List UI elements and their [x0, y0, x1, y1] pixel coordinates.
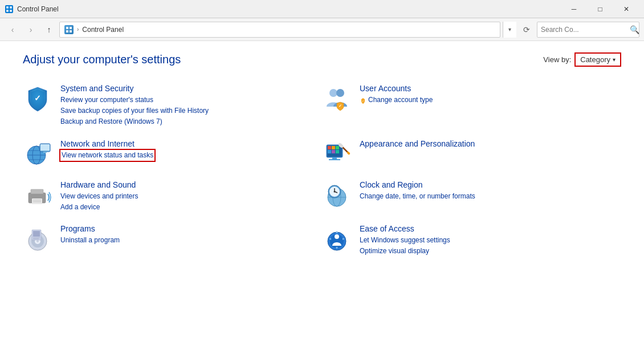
ease-access-link-1[interactable]: Let Windows suggest settings: [360, 235, 598, 246]
view-by-label: View by:: [543, 55, 571, 64]
minimize-button[interactable]: ─: [561, 0, 587, 18]
close-button[interactable]: ✕: [613, 0, 639, 18]
hardware-sound-link-2[interactable]: Add a device: [60, 202, 299, 213]
appearance-text: Appearance and Personalization: [360, 139, 598, 150]
page-title: Adjust your computer's settings: [23, 53, 181, 66]
user-accounts-link-1[interactable]: ✓ Change account type: [360, 95, 598, 107]
svg-rect-31: [329, 159, 340, 160]
hardware-sound-icon: [23, 180, 52, 210]
clock-region-icon: [322, 180, 352, 210]
svg-rect-27: [328, 150, 331, 153]
programs-link-1[interactable]: Uninstall a program: [60, 235, 299, 246]
svg-rect-20: [40, 144, 50, 151]
window-title: Control Panel: [17, 5, 59, 13]
ease-access-link-2[interactable]: Optimize visual display: [360, 246, 598, 257]
title-bar: Control Panel ─ □ ✕: [0, 0, 644, 18]
svg-rect-25: [332, 146, 335, 149]
address-icon: [64, 25, 74, 34]
hardware-sound-link-1[interactable]: View devices and printers: [60, 191, 299, 202]
svg-rect-3: [6, 10, 9, 12]
svg-rect-26: [336, 146, 339, 149]
svg-rect-2: [10, 6, 12, 9]
appearance-name[interactable]: Appearance and Personalization: [360, 139, 598, 148]
svg-rect-4: [10, 10, 12, 12]
svg-point-58: [335, 234, 339, 239]
svg-rect-53: [33, 231, 40, 237]
clock-region-text: Clock and Region Change date, time, or n…: [360, 180, 598, 202]
title-bar-left: Control Panel: [5, 5, 59, 14]
categories-grid: ✓ System and Security Review your comput…: [23, 84, 621, 257]
svg-text:✓: ✓: [362, 99, 364, 103]
network-internet-link-1[interactable]: View network status and tasks: [60, 150, 154, 161]
category-clock-region: Clock and Region Change date, time, or n…: [322, 180, 621, 213]
appearance-icon: [322, 139, 352, 169]
programs-text: Programs Uninstall a program: [60, 224, 299, 246]
hardware-sound-text: Hardware and Sound View devices and prin…: [60, 180, 299, 213]
user-accounts-name[interactable]: User Accounts: [360, 84, 598, 93]
category-user-accounts: ✓ User Accounts ✓ Change account type: [322, 84, 621, 128]
ease-access-name[interactable]: Ease of Access: [360, 224, 598, 233]
svg-rect-29: [336, 150, 339, 153]
svg-rect-28: [332, 150, 335, 153]
address-path: Control Panel: [82, 26, 124, 34]
category-system-security: ✓ System and Security Review your comput…: [23, 84, 322, 128]
svg-rect-21: [43, 152, 47, 153]
page-header: Adjust your computer's settings View by:…: [23, 52, 621, 67]
svg-rect-30: [332, 157, 337, 159]
up-button[interactable]: ↑: [41, 22, 57, 38]
clock-region-link-1[interactable]: Change date, time, or number formats: [360, 191, 598, 202]
view-by-value: Category: [580, 55, 610, 64]
search-icon[interactable]: 🔍: [630, 22, 639, 38]
view-by-dropdown[interactable]: Category ▾: [574, 52, 621, 67]
category-hardware-sound: Hardware and Sound View devices and prin…: [23, 180, 322, 213]
address-box[interactable]: › Control Panel: [59, 22, 500, 38]
svg-rect-39: [33, 201, 41, 202]
view-by-arrow: ▾: [613, 56, 616, 63]
clock-region-name[interactable]: Clock and Region: [360, 180, 598, 189]
network-internet-name[interactable]: Network and Internet: [60, 139, 299, 148]
ease-access-text: Ease of Access Let Windows suggest setti…: [360, 224, 598, 257]
maximize-button[interactable]: □: [587, 0, 613, 18]
svg-point-51: [36, 240, 39, 242]
svg-text:✓: ✓: [34, 94, 41, 103]
back-button[interactable]: ‹: [5, 22, 21, 38]
ease-access-icon: [322, 224, 352, 254]
category-appearance: Appearance and Personalization: [322, 139, 621, 169]
system-security-link-1[interactable]: Review your computer's status: [60, 95, 299, 105]
search-box[interactable]: 🔍: [537, 22, 639, 38]
svg-rect-5: [66, 27, 68, 29]
svg-rect-1: [6, 6, 9, 9]
address-bar: ‹ › ↑ › Control Panel ▾ ⟳ 🔍: [0, 18, 644, 41]
system-security-link-3[interactable]: Backup and Restore (Windows 7): [60, 116, 299, 127]
svg-rect-6: [70, 27, 72, 29]
category-programs: Programs Uninstall a program: [23, 224, 322, 257]
programs-icon: [23, 224, 52, 254]
system-security-name[interactable]: System and Security: [60, 84, 299, 93]
category-network-internet: Network and Internet View network status…: [23, 139, 322, 169]
user-accounts-icon: ✓: [322, 84, 352, 113]
main-content: Adjust your computer's settings View by:…: [0, 41, 644, 341]
svg-point-10: [329, 89, 337, 97]
system-security-icon: ✓: [23, 84, 52, 113]
breadcrumb-arrow: ›: [77, 26, 79, 33]
app-icon: [5, 5, 14, 14]
svg-rect-38: [33, 200, 41, 201]
window-controls: ─ □ ✕: [561, 0, 639, 18]
user-accounts-text: User Accounts ✓ Change account type: [360, 84, 598, 107]
system-security-link-2[interactable]: Save backup copies of your files with Fi…: [60, 105, 299, 116]
svg-rect-7: [66, 30, 68, 33]
network-internet-icon: [23, 139, 52, 169]
address-dropdown[interactable]: ▾: [503, 22, 516, 38]
search-input[interactable]: [537, 26, 630, 34]
view-by-container: View by: Category ▾: [543, 52, 621, 67]
svg-point-11: [336, 89, 344, 97]
forward-button[interactable]: ›: [23, 22, 39, 38]
category-ease-access: Ease of Access Let Windows suggest setti…: [322, 224, 621, 257]
svg-rect-8: [70, 30, 72, 33]
svg-point-47: [334, 190, 336, 192]
network-internet-text: Network and Internet View network status…: [60, 139, 299, 161]
refresh-button[interactable]: ⟳: [519, 22, 535, 38]
hardware-sound-name[interactable]: Hardware and Sound: [60, 180, 299, 189]
programs-name[interactable]: Programs: [60, 224, 299, 233]
svg-rect-36: [31, 189, 43, 194]
